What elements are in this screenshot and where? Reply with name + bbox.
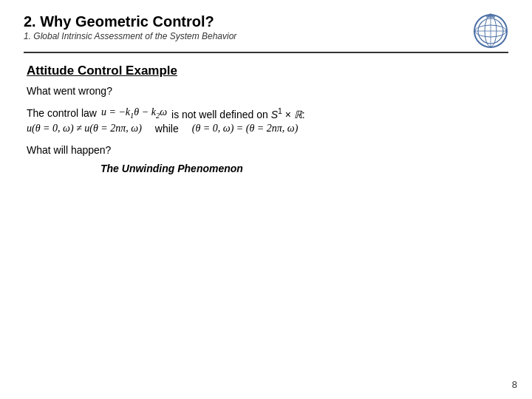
eq-right: (θ = 0, ω) = (θ = 2nπ, ω) [192,123,299,134]
eq-while: while [155,123,179,134]
unwinding-phenomenon: The Unwinding Phenomenon [100,163,508,174]
header-area: 2. Why Geometric Control? 1. Global Intr… [24,13,508,53]
control-law-math: u = −k1θ − k2ω [101,106,167,120]
what-will-happen: What will happen? [27,143,508,158]
slide-title: 2. Why Geometric Control? [24,13,236,30]
university-logo-icon [473,13,508,49]
slide-container: 2. Why Geometric Control? 1. Global Intr… [0,0,532,399]
what-went-wrong: What went wrong? [27,84,508,99]
control-law-label: The control law [27,107,97,119]
svg-rect-6 [486,16,495,18]
page-number: 8 [512,379,517,390]
control-law-suffix: is not well defined on S1 × ℝ: [171,106,305,120]
section-title: Attitude Control Example [27,64,508,78]
control-law-line: The control law u = −k1θ − k2ω is not we… [27,106,508,120]
eq-left: u(θ = 0, ω) ≠ u(θ = 2nπ, ω) [27,123,142,134]
content-area: Attitude Control Example What went wrong… [24,64,508,174]
slide-subtitle: 1. Global Intrinsic Assessment of the Sy… [24,31,236,41]
header-titles: 2. Why Geometric Control? 1. Global Intr… [24,13,236,41]
equation-row: u(θ = 0, ω) ≠ u(θ = 2nπ, ω) while (θ = 0… [27,123,508,134]
logo-area [473,13,508,49]
